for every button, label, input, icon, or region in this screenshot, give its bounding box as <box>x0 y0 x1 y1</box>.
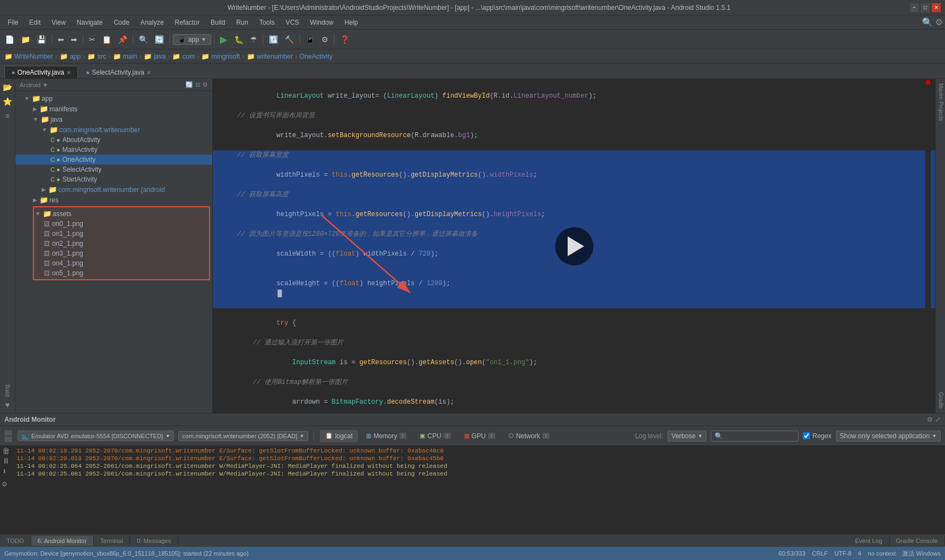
filter-log-icon[interactable]: ⚙ <box>2 479 10 489</box>
bc-java[interactable]: 📁 java <box>144 53 166 60</box>
settings-icon[interactable]: ⚙ <box>935 17 943 27</box>
tree-start-activity[interactable]: C ● StartActivity <box>15 174 212 184</box>
tree-on0[interactable]: 🖼 on0_1.png <box>35 219 208 229</box>
menu-help[interactable]: Help <box>339 16 364 29</box>
tab-selectactivity-close[interactable]: ✕ <box>146 70 151 76</box>
menu-build[interactable]: Build <box>205 16 231 29</box>
bc-mingrisoft[interactable]: 📁 mingrisoft <box>201 53 240 60</box>
emulator-selector[interactable]: 📺 Emulator AVD emulator-5554 [DISCONNECT… <box>18 431 174 441</box>
find-btn[interactable]: 🔍 <box>136 32 151 47</box>
minimize-button[interactable]: − <box>910 3 919 12</box>
structure-icon[interactable]: ≡ <box>2 110 14 122</box>
debug-btn[interactable]: 🐛 <box>231 32 246 47</box>
help-btn[interactable]: ❓ <box>337 32 352 47</box>
monitor-settings-icon[interactable]: ⚙ <box>927 416 933 423</box>
close-button[interactable]: ✕ <box>932 3 941 12</box>
menu-vcs[interactable]: VCS <box>280 16 305 29</box>
monitor-tab-cpu[interactable]: ▣ CPU ↑ <box>414 430 456 442</box>
back-btn[interactable]: ⬅ <box>55 32 67 47</box>
bc-src[interactable]: 📁 src <box>87 53 106 60</box>
forward-btn[interactable]: ➡ <box>68 32 80 47</box>
open-btn[interactable]: 📁 <box>18 32 33 47</box>
regex-checkbox[interactable] <box>803 432 810 439</box>
tab-oneactivity[interactable]: ● OneActivity.java ✕ <box>4 66 78 78</box>
monitor-expand-icon[interactable]: ⤢ <box>935 416 941 423</box>
bottom-tab-messages[interactable]: 0: Messages <box>130 536 178 546</box>
show-only-selector[interactable]: Show only selected application ▼ <box>836 431 941 442</box>
cut-btn[interactable]: ✂ <box>86 32 98 47</box>
tree-manifests[interactable]: ▶ 📁 manifests <box>15 104 212 114</box>
monitor-tab-gpu[interactable]: ▦ GPU ↑ <box>459 430 501 442</box>
bottom-tab-gradle[interactable]: Gradle Console <box>890 536 945 546</box>
menu-run[interactable]: Run <box>231 16 254 29</box>
bc-main[interactable]: 📁 main <box>113 53 137 60</box>
favorites2-icon[interactable]: ♥ <box>2 399 14 411</box>
tree-res[interactable]: ▶ 📁 res <box>15 195 212 205</box>
tree-com-pkg[interactable]: ▼ 📁 com.mingrisoft.writenumber <box>15 125 212 135</box>
maximize-button[interactable]: □ <box>921 3 930 12</box>
bottom-tab-event-log[interactable]: Event Log <box>848 536 890 546</box>
app-selector[interactable]: 📱 app ▼ <box>173 34 211 45</box>
tree-assets[interactable]: ▼ 📁 assets <box>35 208 208 219</box>
paste-btn[interactable]: 📌 <box>115 32 130 47</box>
tree-about-activity[interactable]: C ● AboutActivity <box>15 135 212 145</box>
scroll-log-icon[interactable]: ⬇ <box>2 467 10 476</box>
gear-icon[interactable]: ⚙ <box>202 81 208 88</box>
bc-app[interactable]: 📁 app <box>60 53 81 60</box>
menu-navigate[interactable]: Navigate <box>71 16 108 29</box>
play-button-overlay[interactable] <box>555 227 593 265</box>
tab-oneactivity-close[interactable]: ✕ <box>66 70 71 76</box>
menu-tools[interactable]: Tools <box>254 16 280 29</box>
left-monitor-icon2[interactable] <box>4 437 12 442</box>
coverage-btn[interactable]: ☂ <box>247 32 260 47</box>
tree-on5[interactable]: 🖼 on5_1.png <box>35 268 208 278</box>
project-selector[interactable]: Android ▼ <box>20 82 48 88</box>
menu-file[interactable]: File <box>2 16 24 29</box>
bc-writenumber2[interactable]: 📁 writenumber <box>247 53 293 60</box>
tree-one-activity[interactable]: C ● OneActivity <box>15 155 212 165</box>
menu-edit[interactable]: Edit <box>24 16 46 29</box>
pause-log-icon[interactable]: ⏸ <box>2 457 10 466</box>
tree-app[interactable]: ▼ 📁 app <box>15 93 212 104</box>
tree-on4[interactable]: 🖼 on4_1.png <box>35 258 208 268</box>
favorites-icon[interactable]: ⭐ <box>2 95 14 108</box>
maven-projects-tab[interactable]: Maven Projects <box>936 79 945 126</box>
log-search-input[interactable] <box>711 431 799 442</box>
left-monitor-icon1[interactable] <box>4 430 12 435</box>
project-icon[interactable]: 📂 <box>2 81 14 93</box>
monitor-tab-logcat[interactable]: 📋 logcat <box>320 430 358 442</box>
tree-on1[interactable]: 🖼 on1_1.png <box>35 229 208 239</box>
app-process-selector[interactable]: com.mingrisoft.writenumber (2052) [DEAD]… <box>178 431 308 441</box>
bc-com[interactable]: 📁 com <box>172 53 195 60</box>
monitor-tab-memory[interactable]: ▦ Memory ↑ <box>360 430 412 442</box>
tree-on3[interactable]: 🖼 on3_1.png <box>35 248 208 258</box>
build-btn[interactable]: 🔨 <box>282 32 297 47</box>
save-btn[interactable]: 💾 <box>34 32 49 47</box>
monitor-tab-network[interactable]: ⬡ Network ↑ <box>503 430 555 442</box>
sync-project-icon[interactable]: 🔄 <box>185 81 193 88</box>
menu-view[interactable]: View <box>46 16 71 29</box>
collapse-icon[interactable]: ⊟ <box>195 81 200 88</box>
tree-on2[interactable]: 🖼 on2_1.png <box>35 239 208 248</box>
replace-btn[interactable]: 🔄 <box>152 32 167 47</box>
clear-log-icon[interactable]: 🗑 <box>2 447 10 456</box>
menu-code[interactable]: Code <box>108 16 135 29</box>
tab-selectactivity[interactable]: ● SelectActivity.java ✕ <box>79 66 158 78</box>
sdk-btn[interactable]: ⚙ <box>319 32 331 47</box>
run-btn[interactable]: ▶ <box>217 32 230 47</box>
tree-main-activity[interactable]: C ● MainActivity <box>15 145 212 155</box>
bottom-tab-terminal[interactable]: Terminal <box>94 536 131 546</box>
log-level-selector[interactable]: Verbose ▼ <box>667 431 706 442</box>
tree-com-android[interactable]: ▶ 📁 com.mingrisoft.writenumber (android <box>15 184 212 195</box>
menu-refactor[interactable]: Refactor <box>169 16 205 29</box>
copy-btn[interactable]: 📋 <box>99 32 114 47</box>
tree-java[interactable]: ▼ 📁 java <box>15 114 212 125</box>
search-everywhere-icon[interactable]: 🔍 <box>922 17 933 27</box>
bc-oneactivity[interactable]: OneActivity <box>299 53 333 60</box>
sync-btn[interactable]: 🔃 <box>266 32 281 47</box>
build-icon[interactable]: Build <box>2 384 14 397</box>
avd-btn[interactable]: 📱 <box>303 32 318 47</box>
bottom-tab-todo[interactable]: TODO <box>0 536 31 546</box>
gradle-tab[interactable]: Gradle <box>936 388 945 413</box>
bottom-tab-android-monitor[interactable]: 6: Android Monitor <box>31 536 94 546</box>
